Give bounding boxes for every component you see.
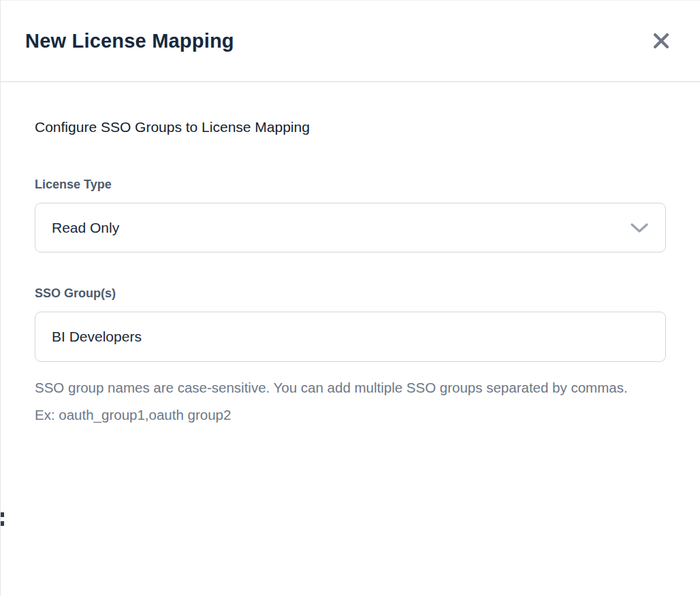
modal-body: Configure SSO Groups to License Mapping … bbox=[1, 82, 700, 429]
close-icon bbox=[651, 31, 671, 51]
license-type-selected-value: Read Only bbox=[52, 220, 119, 236]
new-license-mapping-modal: New License Mapping Configure SSO Groups… bbox=[0, 0, 700, 596]
modal-header: New License Mapping bbox=[1, 1, 700, 82]
close-button[interactable] bbox=[648, 28, 674, 54]
sso-groups-help-text: SSO group names are case-sensitive. You … bbox=[35, 374, 634, 429]
modal-title: New License Mapping bbox=[25, 30, 234, 52]
background-artifact-bar bbox=[1, 521, 4, 526]
sso-groups-label: SSO Group(s) bbox=[35, 286, 666, 301]
license-type-select[interactable]: Read Only bbox=[35, 203, 666, 252]
sso-groups-field: SSO Group(s) SSO group names are case-se… bbox=[35, 286, 666, 429]
modal-subtitle: Configure SSO Groups to License Mapping bbox=[35, 119, 666, 135]
background-artifact bbox=[1, 512, 4, 533]
license-type-label: License Type bbox=[35, 178, 666, 192]
background-artifact-bar bbox=[1, 512, 4, 517]
license-type-field: License Type Read Only bbox=[35, 178, 666, 252]
chevron-down-icon bbox=[630, 222, 649, 234]
sso-groups-input[interactable] bbox=[35, 312, 666, 362]
